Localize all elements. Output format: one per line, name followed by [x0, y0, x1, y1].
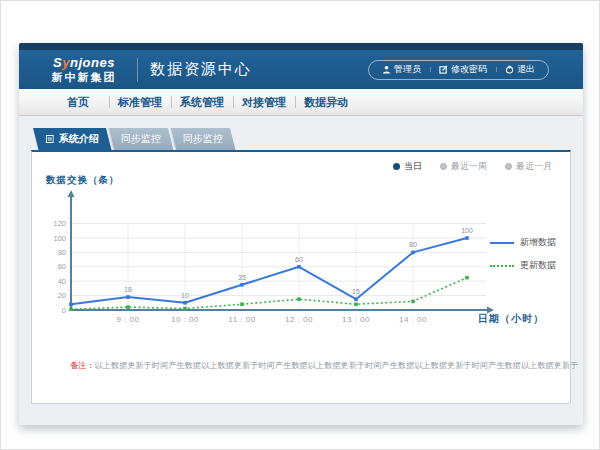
app-header: Synjones 新中新集团 数据资源中心 管理员 修改密码 — [19, 50, 583, 89]
legend-item-updated-data[interactable]: 更新数据 — [490, 259, 556, 272]
svg-text:15: 15 — [352, 288, 360, 295]
logout-label: 退出 — [517, 63, 535, 76]
radio-dot — [440, 163, 447, 170]
tab-sync-monitor-2[interactable]: 同步监控 — [170, 128, 235, 150]
footnote: 备注：以上数据更新于时间产生数据以上数据更新于时间产生数据以上数据更新于时间产生… — [70, 360, 578, 371]
tab-bar: 系统介绍 同步监控 同步监控 — [33, 128, 232, 150]
doc-icon — [46, 134, 54, 145]
nav-item-interface-mgmt[interactable]: 对接管理 — [233, 89, 295, 115]
radio-today[interactable]: 当日 — [393, 160, 422, 173]
chart-panel: 当日 最近一周 最近一月 数据交换（条） 0204060801001209 : … — [31, 150, 571, 404]
svg-text:0: 0 — [62, 306, 66, 315]
svg-text:100: 100 — [53, 234, 66, 243]
change-password-button[interactable]: 修改密码 — [430, 63, 496, 76]
footnote-text: 以上数据更新于时间产生数据以上数据更新于时间产生数据以上数据更新于时间产生数据以… — [95, 361, 579, 370]
header-top-strip — [19, 43, 583, 50]
svg-text:80: 80 — [58, 248, 66, 257]
radio-last-week[interactable]: 最近一周 — [440, 160, 487, 173]
legend-label: 更新数据 — [520, 259, 556, 272]
svg-text:120: 120 — [53, 219, 66, 228]
nav-item-standard-mgmt[interactable]: 标准管理 — [109, 89, 171, 115]
svg-text:11 : 00: 11 : 00 — [228, 315, 255, 324]
nav-item-system-mgmt[interactable]: 系统管理 — [171, 89, 233, 115]
company-logo: Synjones 新中新集团 — [41, 56, 127, 83]
legend-line-dotted-swatch — [490, 265, 514, 267]
svg-text:13 : 00: 13 : 00 — [342, 315, 370, 324]
svg-text:10: 10 — [181, 292, 189, 299]
current-user-button[interactable]: 管理员 — [373, 63, 430, 76]
svg-text:18: 18 — [124, 286, 132, 293]
svg-text:60: 60 — [58, 262, 66, 271]
change-password-label: 修改密码 — [451, 63, 487, 76]
page-title: 数据资源中心 — [150, 60, 252, 79]
radio-dot — [393, 163, 400, 170]
logo-part: S — [53, 55, 62, 70]
user-actions-pill: 管理员 修改密码 退出 — [368, 60, 549, 80]
svg-text:14 : 00: 14 : 00 — [399, 315, 427, 324]
x-axis-title: 日期（小时） — [478, 312, 544, 326]
power-icon — [505, 65, 514, 74]
tab-label: 同步监控 — [121, 132, 161, 146]
content-area: 系统介绍 同步监控 同步监控 当日 — [19, 116, 583, 425]
radio-label: 最近一月 — [516, 160, 552, 173]
svg-text:60: 60 — [295, 256, 303, 263]
legend-line-solid-swatch — [490, 242, 514, 244]
user-icon — [382, 65, 391, 74]
svg-text:80: 80 — [409, 241, 417, 248]
svg-text:12 : 00: 12 : 00 — [285, 315, 313, 324]
edit-icon — [439, 65, 448, 74]
line-chart: 0204060801001209 : 0010 : 0011 : 0012 : … — [52, 188, 512, 340]
logout-button[interactable]: 退出 — [496, 63, 544, 76]
header-divider — [137, 58, 138, 82]
tab-sync-monitor-1[interactable]: 同步监控 — [108, 128, 173, 150]
tab-label: 系统介绍 — [59, 132, 99, 146]
logo-cn-name: 新中新集团 — [41, 71, 127, 83]
logo-wordmark: Synjones — [41, 56, 127, 70]
date-range-radios: 当日 最近一周 最近一月 — [393, 160, 552, 173]
svg-text:40: 40 — [58, 277, 66, 286]
svg-text:100: 100 — [461, 227, 473, 234]
svg-text:9 : 00: 9 : 00 — [116, 315, 139, 324]
svg-text:20: 20 — [58, 291, 66, 300]
page-background: Synjones 新中新集团 数据资源中心 管理员 修改密码 — [0, 0, 600, 450]
logo-accent: y — [62, 55, 70, 70]
nav-item-home[interactable]: 首页 — [47, 89, 109, 115]
radio-label: 当日 — [404, 160, 422, 173]
nav-item-data-change[interactable]: 数据异动 — [295, 89, 357, 115]
user-label: 管理员 — [394, 63, 421, 76]
radio-label: 最近一周 — [451, 160, 487, 173]
tab-label: 同步监控 — [183, 132, 223, 146]
y-axis-title: 数据交换（条） — [46, 174, 120, 187]
chart-legend: 新增数据 更新数据 — [490, 236, 556, 282]
logo-part: njones — [70, 55, 115, 70]
app-window: Synjones 新中新集团 数据资源中心 管理员 修改密码 — [19, 43, 583, 425]
svg-text:35: 35 — [238, 274, 246, 281]
legend-label: 新增数据 — [520, 236, 556, 249]
footnote-label: 备注： — [70, 361, 95, 370]
tab-system-intro[interactable]: 系统介绍 — [33, 128, 111, 150]
legend-item-new-data[interactable]: 新增数据 — [490, 236, 556, 249]
radio-last-month[interactable]: 最近一月 — [505, 160, 552, 173]
radio-dot — [505, 163, 512, 170]
main-nav: 首页 标准管理 系统管理 对接管理 数据异动 — [19, 89, 583, 116]
svg-text:10 : 00: 10 : 00 — [171, 315, 199, 324]
